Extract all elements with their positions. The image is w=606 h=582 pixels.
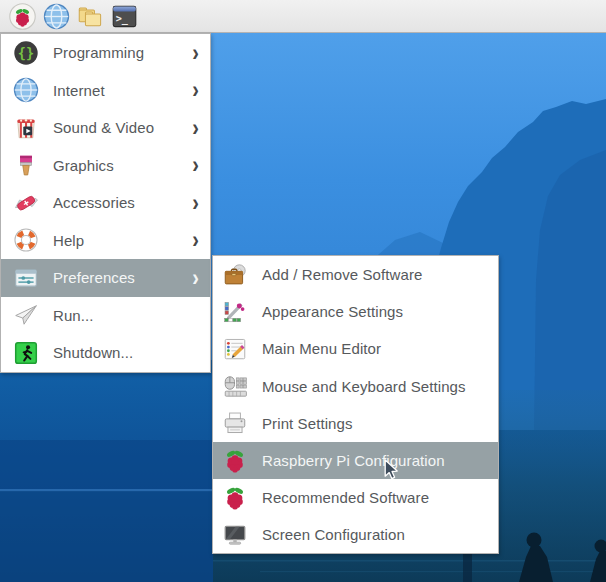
- shutdown-icon: [12, 339, 39, 366]
- menu-item-add-remove-software[interactable]: Add / Remove Software: [213, 256, 498, 293]
- menu-item-label: Shutdown...: [53, 344, 202, 361]
- preferences-submenu: Add / Remove Software Appearance Setting…: [212, 255, 499, 554]
- programming-icon: {}: [12, 39, 39, 66]
- menu-item-sound-video[interactable]: Sound & Video ›: [1, 109, 210, 147]
- folders-icon: [77, 3, 104, 30]
- menu-item-label: Programming: [53, 44, 192, 61]
- raspberry-pi-configuration-icon: [221, 447, 248, 474]
- submenu-arrow-icon: ›: [192, 191, 199, 214]
- terminal-button[interactable]: >_: [110, 2, 138, 30]
- raspberry-menu-icon: [9, 3, 36, 30]
- menu-item-internet[interactable]: Internet ›: [1, 72, 210, 110]
- menu-item-label: Sound & Video: [53, 119, 192, 136]
- svg-text:{}: {}: [17, 44, 33, 60]
- menu-item-label: Print Settings: [262, 415, 490, 432]
- submenu-arrow-icon: ›: [192, 266, 199, 289]
- menu-item-label: Recommended Software: [262, 489, 490, 506]
- submenu-arrow-icon: ›: [192, 116, 199, 139]
- desktop: >_ {} Programming › Internet ›: [0, 0, 606, 582]
- menu-item-label: Internet: [53, 82, 192, 99]
- sound-video-icon: [12, 114, 39, 141]
- appearance-settings-icon: [221, 298, 248, 325]
- menu-item-label: Screen Configuration: [262, 526, 490, 543]
- graphics-icon: [12, 152, 39, 179]
- preferences-icon: [12, 264, 39, 291]
- help-lifebuoy-icon: [12, 227, 39, 254]
- menu-item-label: Mouse and Keyboard Settings: [262, 378, 490, 395]
- file-manager-button[interactable]: [76, 2, 104, 30]
- menu-item-print-settings[interactable]: Print Settings: [213, 405, 498, 442]
- menu-item-preferences[interactable]: Preferences ›: [1, 259, 210, 297]
- internet-icon: [12, 77, 39, 104]
- menu-item-mouse-keyboard-settings[interactable]: Mouse and Keyboard Settings: [213, 368, 498, 405]
- menu-item-label: Main Menu Editor: [262, 340, 490, 357]
- applications-menu-button[interactable]: [8, 2, 36, 30]
- menu-item-raspberry-pi-configuration[interactable]: Raspberry Pi Configuration: [213, 442, 498, 479]
- menu-item-graphics[interactable]: Graphics ›: [1, 147, 210, 185]
- menu-item-help[interactable]: Help ›: [1, 222, 210, 260]
- mouse-cursor: [384, 459, 399, 482]
- menu-item-run[interactable]: Run...: [1, 297, 210, 335]
- menu-item-appearance-settings[interactable]: Appearance Settings: [213, 293, 498, 330]
- recommended-software-icon: [221, 484, 248, 511]
- menu-item-programming[interactable]: {} Programming ›: [1, 34, 210, 72]
- applications-menu: {} Programming › Internet ›: [0, 33, 211, 373]
- menu-item-label: Help: [53, 232, 192, 249]
- menu-item-screen-configuration[interactable]: Screen Configuration: [213, 516, 498, 553]
- mouse-keyboard-icon: [221, 373, 248, 400]
- menu-item-label: Appearance Settings: [262, 303, 490, 320]
- web-browser-button[interactable]: [42, 2, 70, 30]
- globe-icon: [43, 3, 70, 30]
- menu-item-label: Raspberry Pi Configuration: [262, 452, 490, 469]
- menu-item-accessories[interactable]: Accessories ›: [1, 184, 210, 222]
- menu-item-label: Add / Remove Software: [262, 266, 490, 283]
- main-menu-editor-icon: [221, 335, 248, 362]
- menu-item-label: Preferences: [53, 269, 192, 286]
- submenu-arrow-icon: ›: [192, 229, 199, 252]
- run-paper-plane-icon: [12, 302, 39, 329]
- menu-item-label: Run...: [53, 307, 202, 324]
- taskbar: >_: [0, 0, 606, 33]
- menu-item-main-menu-editor[interactable]: Main Menu Editor: [213, 330, 498, 367]
- menu-item-label: Accessories: [53, 194, 192, 211]
- submenu-arrow-icon: ›: [192, 79, 199, 102]
- terminal-icon: >_: [111, 3, 138, 30]
- screen-configuration-icon: [221, 521, 248, 548]
- submenu-arrow-icon: ›: [192, 154, 199, 177]
- add-remove-software-icon: [221, 261, 248, 288]
- menu-item-label: Graphics: [53, 157, 192, 174]
- printer-icon: [221, 410, 248, 437]
- accessories-icon: [12, 189, 39, 216]
- menu-item-shutdown[interactable]: Shutdown...: [1, 334, 210, 372]
- submenu-arrow-icon: ›: [192, 41, 199, 64]
- menu-item-recommended-software[interactable]: Recommended Software: [213, 479, 498, 516]
- svg-text:>_: >_: [115, 12, 128, 24]
